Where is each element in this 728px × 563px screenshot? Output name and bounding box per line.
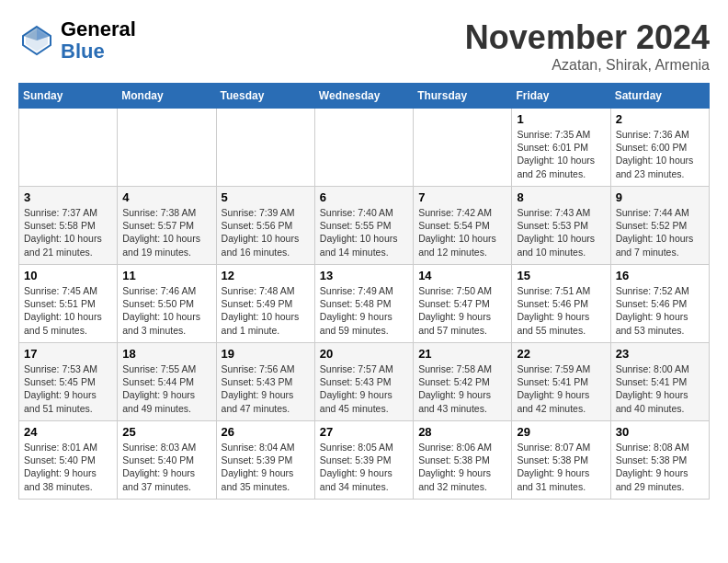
- calendar-week-row: 10Sunrise: 7:45 AM Sunset: 5:51 PM Dayli…: [19, 265, 710, 343]
- calendar-cell: 13Sunrise: 7:49 AM Sunset: 5:48 PM Dayli…: [314, 265, 413, 343]
- day-info: Sunrise: 7:45 AM Sunset: 5:51 PM Dayligh…: [24, 284, 112, 337]
- calendar-cell: 27Sunrise: 8:05 AM Sunset: 5:39 PM Dayli…: [314, 421, 413, 500]
- calendar-cell: 11Sunrise: 7:46 AM Sunset: 5:50 PM Dayli…: [118, 265, 216, 343]
- day-number: 25: [122, 425, 210, 439]
- day-info: Sunrise: 7:38 AM Sunset: 5:57 PM Dayligh…: [122, 206, 210, 259]
- day-number: 4: [122, 190, 210, 204]
- calendar-cell: 8Sunrise: 7:43 AM Sunset: 5:53 PM Daylig…: [512, 187, 610, 265]
- day-number: 2: [616, 112, 704, 126]
- calendar-day-header: Tuesday: [216, 84, 314, 109]
- day-number: 10: [24, 269, 112, 282]
- calendar-week-row: 1Sunrise: 7:35 AM Sunset: 6:01 PM Daylig…: [19, 109, 710, 187]
- calendar-cell: [118, 109, 216, 187]
- calendar-cell: 19Sunrise: 7:56 AM Sunset: 5:43 PM Dayli…: [216, 343, 314, 421]
- day-number: 30: [616, 425, 704, 439]
- day-number: 14: [418, 269, 506, 282]
- calendar-table: SundayMondayTuesdayWednesdayThursdayFrid…: [18, 83, 710, 500]
- day-number: 21: [418, 347, 506, 361]
- calendar-cell: 12Sunrise: 7:48 AM Sunset: 5:49 PM Dayli…: [216, 265, 314, 343]
- day-number: 29: [517, 425, 605, 439]
- day-info: Sunrise: 7:35 AM Sunset: 6:01 PM Dayligh…: [517, 128, 605, 180]
- day-info: Sunrise: 8:01 AM Sunset: 5:40 PM Dayligh…: [24, 441, 112, 493]
- day-number: 27: [320, 425, 408, 439]
- calendar-week-row: 17Sunrise: 7:53 AM Sunset: 5:45 PM Dayli…: [19, 343, 710, 421]
- day-info: Sunrise: 8:00 AM Sunset: 5:41 PM Dayligh…: [616, 362, 704, 415]
- day-info: Sunrise: 7:49 AM Sunset: 5:48 PM Dayligh…: [320, 284, 408, 337]
- day-number: 13: [320, 269, 408, 282]
- calendar-cell: 30Sunrise: 8:08 AM Sunset: 5:38 PM Dayli…: [610, 421, 709, 500]
- calendar-cell: 29Sunrise: 8:07 AM Sunset: 5:38 PM Dayli…: [512, 421, 610, 500]
- logo-icon: [18, 22, 55, 59]
- day-info: Sunrise: 7:48 AM Sunset: 5:49 PM Dayligh…: [222, 284, 310, 337]
- calendar-cell: [216, 109, 314, 187]
- day-number: 15: [517, 269, 605, 282]
- day-number: 11: [122, 269, 210, 282]
- day-number: 9: [616, 190, 704, 204]
- calendar-cell: [314, 109, 413, 187]
- calendar-day-header: Sunday: [19, 84, 118, 109]
- day-number: 16: [616, 269, 704, 282]
- day-number: 17: [24, 347, 112, 361]
- calendar-cell: 1Sunrise: 7:35 AM Sunset: 6:01 PM Daylig…: [512, 109, 610, 187]
- day-info: Sunrise: 7:58 AM Sunset: 5:42 PM Dayligh…: [418, 362, 506, 415]
- calendar-cell: 5Sunrise: 7:39 AM Sunset: 5:56 PM Daylig…: [216, 187, 314, 265]
- calendar-day-header: Monday: [118, 84, 216, 109]
- day-info: Sunrise: 7:46 AM Sunset: 5:50 PM Dayligh…: [122, 284, 210, 337]
- day-number: 7: [418, 190, 506, 204]
- calendar-cell: 22Sunrise: 7:59 AM Sunset: 5:41 PM Dayli…: [512, 343, 610, 421]
- calendar-cell: 2Sunrise: 7:36 AM Sunset: 6:00 PM Daylig…: [610, 109, 709, 187]
- calendar-header-row: SundayMondayTuesdayWednesdayThursdayFrid…: [19, 84, 710, 109]
- day-info: Sunrise: 7:43 AM Sunset: 5:53 PM Dayligh…: [517, 206, 605, 259]
- day-info: Sunrise: 8:06 AM Sunset: 5:38 PM Dayligh…: [418, 441, 506, 493]
- day-number: 6: [320, 190, 408, 204]
- calendar-cell: 17Sunrise: 7:53 AM Sunset: 5:45 PM Dayli…: [19, 343, 118, 421]
- calendar-cell: 25Sunrise: 8:03 AM Sunset: 5:40 PM Dayli…: [118, 421, 216, 500]
- day-info: Sunrise: 8:08 AM Sunset: 5:38 PM Dayligh…: [616, 441, 704, 493]
- calendar-cell: [19, 109, 118, 187]
- day-number: 20: [320, 347, 408, 361]
- calendar-cell: 10Sunrise: 7:45 AM Sunset: 5:51 PM Dayli…: [19, 265, 118, 343]
- calendar-day-header: Thursday: [414, 84, 512, 109]
- calendar-cell: 21Sunrise: 7:58 AM Sunset: 5:42 PM Dayli…: [414, 343, 512, 421]
- day-info: Sunrise: 7:42 AM Sunset: 5:54 PM Dayligh…: [418, 206, 506, 259]
- day-info: Sunrise: 8:07 AM Sunset: 5:38 PM Dayligh…: [517, 441, 605, 493]
- logo-text: General Blue: [61, 18, 136, 63]
- calendar-day-header: Friday: [512, 84, 610, 109]
- day-number: 24: [24, 425, 112, 439]
- calendar-cell: 24Sunrise: 8:01 AM Sunset: 5:40 PM Dayli…: [19, 421, 118, 500]
- day-info: Sunrise: 7:57 AM Sunset: 5:43 PM Dayligh…: [320, 362, 408, 415]
- day-info: Sunrise: 7:40 AM Sunset: 5:55 PM Dayligh…: [320, 206, 408, 259]
- calendar-cell: 15Sunrise: 7:51 AM Sunset: 5:46 PM Dayli…: [512, 265, 610, 343]
- day-info: Sunrise: 7:39 AM Sunset: 5:56 PM Dayligh…: [222, 206, 310, 259]
- day-info: Sunrise: 7:55 AM Sunset: 5:44 PM Dayligh…: [122, 362, 210, 415]
- day-info: Sunrise: 7:36 AM Sunset: 6:00 PM Dayligh…: [616, 128, 704, 180]
- day-info: Sunrise: 7:44 AM Sunset: 5:52 PM Dayligh…: [616, 206, 704, 259]
- calendar-cell: 7Sunrise: 7:42 AM Sunset: 5:54 PM Daylig…: [414, 187, 512, 265]
- calendar-cell: 9Sunrise: 7:44 AM Sunset: 5:52 PM Daylig…: [610, 187, 709, 265]
- day-info: Sunrise: 8:05 AM Sunset: 5:39 PM Dayligh…: [320, 441, 408, 493]
- title-block: November 2024 Azatan, Shirak, Armenia: [465, 18, 710, 74]
- day-number: 19: [222, 347, 310, 361]
- day-info: Sunrise: 7:56 AM Sunset: 5:43 PM Dayligh…: [222, 362, 310, 415]
- day-number: 28: [418, 425, 506, 439]
- logo: General Blue: [18, 18, 136, 63]
- day-info: Sunrise: 7:50 AM Sunset: 5:47 PM Dayligh…: [418, 284, 506, 337]
- day-info: Sunrise: 7:59 AM Sunset: 5:41 PM Dayligh…: [517, 362, 605, 415]
- calendar-cell: [414, 109, 512, 187]
- day-number: 3: [24, 190, 112, 204]
- calendar-cell: 26Sunrise: 8:04 AM Sunset: 5:39 PM Dayli…: [216, 421, 314, 500]
- day-number: 5: [222, 190, 310, 204]
- day-number: 18: [122, 347, 210, 361]
- day-info: Sunrise: 7:37 AM Sunset: 5:58 PM Dayligh…: [24, 206, 112, 259]
- day-number: 22: [517, 347, 605, 361]
- day-number: 26: [222, 425, 310, 439]
- day-info: Sunrise: 7:51 AM Sunset: 5:46 PM Dayligh…: [517, 284, 605, 337]
- day-info: Sunrise: 8:03 AM Sunset: 5:40 PM Dayligh…: [122, 441, 210, 493]
- calendar-cell: 20Sunrise: 7:57 AM Sunset: 5:43 PM Dayli…: [314, 343, 413, 421]
- calendar-cell: 6Sunrise: 7:40 AM Sunset: 5:55 PM Daylig…: [314, 187, 413, 265]
- day-info: Sunrise: 7:53 AM Sunset: 5:45 PM Dayligh…: [24, 362, 112, 415]
- page-header: General Blue November 2024 Azatan, Shira…: [18, 18, 710, 74]
- day-number: 12: [222, 269, 310, 282]
- calendar-cell: 4Sunrise: 7:38 AM Sunset: 5:57 PM Daylig…: [118, 187, 216, 265]
- calendar-cell: 28Sunrise: 8:06 AM Sunset: 5:38 PM Dayli…: [414, 421, 512, 500]
